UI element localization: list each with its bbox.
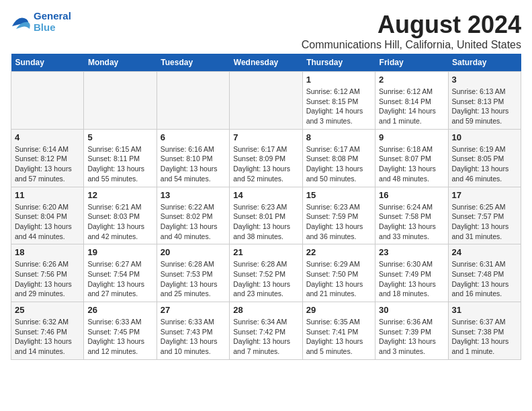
calendar-day-cell: 28Sunrise: 6:34 AM Sunset: 7:42 PM Dayli…: [230, 302, 302, 360]
calendar-day-cell: 4Sunrise: 6:14 AM Sunset: 8:12 PM Daylig…: [11, 129, 84, 187]
day-number: 11: [15, 190, 80, 200]
day-info: Sunrise: 6:22 AM Sunset: 8:02 PM Dayligh…: [161, 202, 226, 242]
day-info: Sunrise: 6:25 AM Sunset: 7:57 PM Dayligh…: [452, 202, 517, 242]
day-number: 8: [306, 132, 371, 142]
day-info: Sunrise: 6:29 AM Sunset: 7:50 PM Dayligh…: [306, 259, 371, 299]
calendar-week-row: 25Sunrise: 6:32 AM Sunset: 7:46 PM Dayli…: [11, 302, 521, 360]
logo-text: General Blue: [34, 11, 71, 33]
day-info: Sunrise: 6:31 AM Sunset: 7:48 PM Dayligh…: [452, 259, 517, 299]
calendar-table: SundayMondayTuesdayWednesdayThursdayFrid…: [11, 54, 521, 360]
day-number: 26: [87, 305, 152, 315]
day-info: Sunrise: 6:34 AM Sunset: 7:42 PM Dayligh…: [233, 317, 298, 357]
day-number: 29: [306, 305, 371, 315]
day-number: 3: [452, 75, 517, 85]
calendar-day-cell: 19Sunrise: 6:27 AM Sunset: 7:54 PM Dayli…: [84, 244, 157, 302]
day-info: Sunrise: 6:33 AM Sunset: 7:43 PM Dayligh…: [161, 317, 226, 357]
calendar-day-header: Tuesday: [157, 54, 229, 72]
day-number: 30: [379, 305, 444, 315]
calendar-day-cell: [230, 72, 302, 130]
day-number: 1: [306, 75, 371, 85]
day-number: 23: [379, 247, 444, 257]
logo: General Blue: [11, 11, 71, 33]
calendar-day-header: Monday: [84, 54, 157, 72]
calendar-day-header: Friday: [375, 54, 448, 72]
day-number: 14: [233, 190, 298, 200]
day-number: 22: [306, 247, 371, 257]
day-info: Sunrise: 6:18 AM Sunset: 8:07 PM Dayligh…: [379, 144, 444, 184]
calendar-day-cell: 8Sunrise: 6:17 AM Sunset: 8:08 PM Daylig…: [302, 129, 375, 187]
day-info: Sunrise: 6:16 AM Sunset: 8:10 PM Dayligh…: [161, 144, 226, 184]
day-info: Sunrise: 6:35 AM Sunset: 7:41 PM Dayligh…: [306, 317, 371, 357]
calendar-day-cell: 18Sunrise: 6:26 AM Sunset: 7:56 PM Dayli…: [11, 244, 84, 302]
calendar-day-cell: 20Sunrise: 6:28 AM Sunset: 7:53 PM Dayli…: [157, 244, 229, 302]
calendar-day-cell: 23Sunrise: 6:30 AM Sunset: 7:49 PM Dayli…: [375, 244, 448, 302]
calendar-day-cell: 6Sunrise: 6:16 AM Sunset: 8:10 PM Daylig…: [157, 129, 229, 187]
day-info: Sunrise: 6:20 AM Sunset: 8:04 PM Dayligh…: [15, 202, 80, 242]
day-info: Sunrise: 6:33 AM Sunset: 7:45 PM Dayligh…: [87, 317, 152, 357]
day-info: Sunrise: 6:23 AM Sunset: 8:01 PM Dayligh…: [233, 202, 298, 242]
calendar-day-cell: 11Sunrise: 6:20 AM Sunset: 8:04 PM Dayli…: [11, 187, 84, 244]
calendar-day-cell: 14Sunrise: 6:23 AM Sunset: 8:01 PM Dayli…: [230, 187, 302, 244]
calendar-day-cell: 25Sunrise: 6:32 AM Sunset: 7:46 PM Dayli…: [11, 302, 84, 360]
day-number: 13: [161, 190, 226, 200]
day-number: 31: [452, 305, 517, 315]
calendar-day-cell: 5Sunrise: 6:15 AM Sunset: 8:11 PM Daylig…: [84, 129, 157, 187]
calendar-day-cell: 27Sunrise: 6:33 AM Sunset: 7:43 PM Dayli…: [157, 302, 229, 360]
calendar-day-cell: 10Sunrise: 6:19 AM Sunset: 8:05 PM Dayli…: [448, 129, 521, 187]
day-info: Sunrise: 6:36 AM Sunset: 7:39 PM Dayligh…: [379, 317, 444, 357]
day-info: Sunrise: 6:24 AM Sunset: 7:58 PM Dayligh…: [379, 202, 444, 242]
day-info: Sunrise: 6:37 AM Sunset: 7:38 PM Dayligh…: [452, 317, 517, 357]
calendar-day-cell: 2Sunrise: 6:12 AM Sunset: 8:14 PM Daylig…: [375, 72, 448, 130]
day-info: Sunrise: 6:30 AM Sunset: 7:49 PM Dayligh…: [379, 259, 444, 299]
day-info: Sunrise: 6:19 AM Sunset: 8:05 PM Dayligh…: [452, 144, 517, 184]
day-info: Sunrise: 6:23 AM Sunset: 7:59 PM Dayligh…: [306, 202, 371, 242]
calendar-day-header: Saturday: [448, 54, 521, 72]
calendar-day-header: Thursday: [302, 54, 375, 72]
calendar-subtitle: Communications Hill, California, United …: [11, 39, 521, 51]
day-number: 20: [161, 247, 226, 257]
calendar-day-cell: 15Sunrise: 6:23 AM Sunset: 7:59 PM Dayli…: [302, 187, 375, 244]
calendar-day-cell: 7Sunrise: 6:17 AM Sunset: 8:09 PM Daylig…: [230, 129, 302, 187]
calendar-day-cell: 17Sunrise: 6:25 AM Sunset: 7:57 PM Dayli…: [448, 187, 521, 244]
day-info: Sunrise: 6:12 AM Sunset: 8:15 PM Dayligh…: [306, 87, 371, 126]
calendar-day-cell: 22Sunrise: 6:29 AM Sunset: 7:50 PM Dayli…: [302, 244, 375, 302]
day-number: 25: [15, 305, 80, 315]
calendar-day-header: Sunday: [11, 54, 84, 72]
calendar-day-cell: 1Sunrise: 6:12 AM Sunset: 8:15 PM Daylig…: [302, 72, 375, 130]
calendar-day-cell: 12Sunrise: 6:21 AM Sunset: 8:03 PM Dayli…: [84, 187, 157, 244]
calendar-header-row: SundayMondayTuesdayWednesdayThursdayFrid…: [11, 54, 521, 72]
day-number: 16: [379, 190, 444, 200]
calendar-day-cell: 29Sunrise: 6:35 AM Sunset: 7:41 PM Dayli…: [302, 302, 375, 360]
day-info: Sunrise: 6:13 AM Sunset: 8:13 PM Dayligh…: [452, 87, 517, 126]
calendar-day-cell: 13Sunrise: 6:22 AM Sunset: 8:02 PM Dayli…: [157, 187, 229, 244]
day-info: Sunrise: 6:14 AM Sunset: 8:12 PM Dayligh…: [15, 144, 80, 184]
calendar-day-cell: [157, 72, 229, 130]
day-info: Sunrise: 6:15 AM Sunset: 8:11 PM Dayligh…: [87, 144, 152, 184]
day-info: Sunrise: 6:27 AM Sunset: 7:54 PM Dayligh…: [87, 259, 152, 299]
day-number: 28: [233, 305, 298, 315]
day-number: 7: [233, 132, 298, 142]
calendar-day-cell: 30Sunrise: 6:36 AM Sunset: 7:39 PM Dayli…: [375, 302, 448, 360]
day-number: 5: [87, 132, 152, 142]
day-number: 24: [452, 247, 517, 257]
calendar-day-cell: [11, 72, 84, 130]
day-info: Sunrise: 6:32 AM Sunset: 7:46 PM Dayligh…: [15, 317, 80, 357]
day-number: 4: [15, 132, 80, 142]
calendar-week-row: 4Sunrise: 6:14 AM Sunset: 8:12 PM Daylig…: [11, 129, 521, 187]
day-info: Sunrise: 6:17 AM Sunset: 8:08 PM Dayligh…: [306, 144, 371, 184]
calendar-week-row: 11Sunrise: 6:20 AM Sunset: 8:04 PM Dayli…: [11, 187, 521, 244]
logo-icon: [11, 13, 31, 32]
calendar-day-cell: 3Sunrise: 6:13 AM Sunset: 8:13 PM Daylig…: [448, 72, 521, 130]
day-info: Sunrise: 6:12 AM Sunset: 8:14 PM Dayligh…: [379, 87, 444, 126]
day-number: 6: [161, 132, 226, 142]
day-info: Sunrise: 6:21 AM Sunset: 8:03 PM Dayligh…: [87, 202, 152, 242]
day-number: 10: [452, 132, 517, 142]
day-info: Sunrise: 6:26 AM Sunset: 7:56 PM Dayligh…: [15, 259, 80, 299]
day-number: 9: [379, 132, 444, 142]
day-number: 17: [452, 190, 517, 200]
calendar-title: August 2024: [11, 11, 521, 39]
day-number: 21: [233, 247, 298, 257]
day-number: 19: [87, 247, 152, 257]
calendar-day-cell: 16Sunrise: 6:24 AM Sunset: 7:58 PM Dayli…: [375, 187, 448, 244]
day-info: Sunrise: 6:17 AM Sunset: 8:09 PM Dayligh…: [233, 144, 298, 184]
